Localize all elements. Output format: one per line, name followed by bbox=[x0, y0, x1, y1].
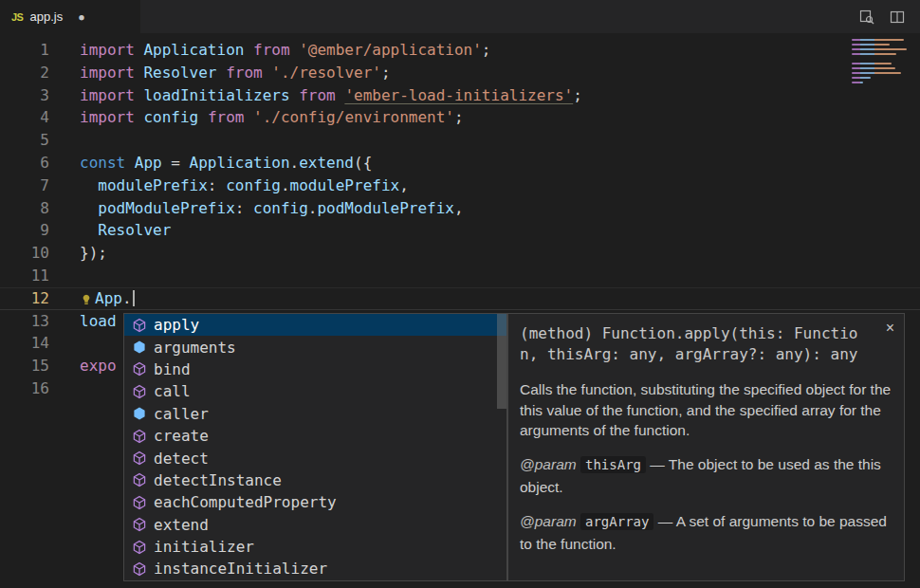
line-number[interactable]: 10 bbox=[0, 242, 49, 265]
doc-param: @param thisArg — The object to be used a… bbox=[520, 453, 892, 498]
split-editor-icon[interactable] bbox=[890, 9, 905, 25]
suggestion-label: eachComputedProperty bbox=[154, 493, 337, 511]
method-icon bbox=[132, 517, 147, 532]
code-text: import loadInitializers from 'ember-load… bbox=[80, 86, 582, 104]
method-icon bbox=[132, 561, 147, 577]
code-line[interactable]: 7 modulePrefix: config.modulePrefix, bbox=[0, 175, 920, 197]
search-editor-icon[interactable] bbox=[859, 9, 874, 25]
code-line[interactable]: 12App. bbox=[0, 287, 920, 310]
code-line[interactable]: 8 podModulePrefix: config.podModulePrefi… bbox=[0, 197, 920, 220]
code-line[interactable]: 6const App = Application.extend({ bbox=[0, 152, 920, 175]
suggestion-caller[interactable]: caller bbox=[124, 403, 506, 425]
suggestion-label: caller bbox=[154, 405, 209, 423]
close-icon[interactable]: × bbox=[886, 320, 894, 337]
line-number[interactable]: 1 bbox=[0, 39, 49, 62]
method-icon bbox=[132, 472, 147, 487]
line-number[interactable]: 9 bbox=[0, 219, 49, 242]
tab-label: app.js bbox=[29, 9, 63, 24]
suggestion-label: apply bbox=[154, 316, 199, 334]
suggest-scrollbar[interactable] bbox=[497, 314, 506, 409]
method-icon bbox=[132, 384, 147, 399]
code-text: modulePrefix: config.modulePrefix, bbox=[80, 176, 409, 194]
suggestion-label: instanceInitializer bbox=[154, 560, 327, 578]
line-number[interactable]: 13 bbox=[0, 310, 49, 333]
param-name: thisArg bbox=[580, 456, 646, 473]
line-number[interactable]: 14 bbox=[0, 332, 49, 355]
suggestion-apply[interactable]: apply bbox=[124, 314, 506, 336]
code-line[interactable]: 4import config from './config/environmen… bbox=[0, 106, 920, 129]
suggest-widget: applyargumentsbindcallcallercreatedetect… bbox=[123, 313, 507, 581]
code-text: load bbox=[80, 312, 117, 330]
suggest-details: × (method) Function.apply(this: Function… bbox=[507, 313, 905, 581]
code-line[interactable]: 3import loadInitializers from 'ember-loa… bbox=[0, 84, 920, 107]
suggestion-arguments[interactable]: arguments bbox=[124, 336, 506, 358]
line-number[interactable]: 5 bbox=[0, 129, 49, 152]
method-icon bbox=[132, 450, 147, 466]
signature: (method) Function.apply(this: Function, … bbox=[520, 323, 892, 365]
code-line[interactable]: 1import Application from '@ember/applica… bbox=[0, 39, 920, 62]
code-text: podModulePrefix: config.podModulePrefix, bbox=[80, 199, 464, 217]
suggestion-label: arguments bbox=[154, 339, 236, 357]
tab-bar: JS app.js ● bbox=[0, 0, 920, 33]
line-number[interactable]: 4 bbox=[0, 106, 49, 129]
code-text: import Application from '@ember/applicat… bbox=[80, 41, 491, 59]
code-line[interactable]: 9 Resolver bbox=[0, 219, 920, 242]
suggestion-extend[interactable]: extend bbox=[124, 514, 506, 536]
line-number[interactable]: 7 bbox=[0, 175, 49, 197]
suggestion-eachComputedProperty[interactable]: eachComputedProperty bbox=[124, 491, 506, 513]
code-line[interactable]: 11 bbox=[0, 265, 920, 287]
modified-indicator-icon[interactable]: ● bbox=[79, 12, 83, 22]
method-icon bbox=[132, 495, 147, 510]
tab-app-js[interactable]: JS app.js ● bbox=[0, 0, 140, 33]
code-text: Resolver bbox=[80, 221, 171, 239]
suggestion-label: create bbox=[154, 427, 209, 445]
suggestion-create[interactable]: create bbox=[124, 425, 506, 447]
method-icon bbox=[132, 318, 147, 333]
suggestion-label: call bbox=[154, 382, 191, 400]
line-number[interactable]: 2 bbox=[0, 62, 49, 84]
method-icon bbox=[132, 540, 147, 555]
line-number[interactable]: 8 bbox=[0, 197, 49, 220]
code-text: expo bbox=[80, 357, 117, 375]
code-text: import Resolver from './resolver'; bbox=[80, 64, 391, 82]
code-text: App. bbox=[80, 289, 135, 307]
suggestion-instanceInitializer[interactable]: instanceInitializer bbox=[124, 558, 506, 579]
method-icon bbox=[132, 429, 147, 444]
suggestion-bind[interactable]: bind bbox=[124, 358, 506, 380]
suggestion-detect[interactable]: detect bbox=[124, 447, 506, 469]
line-number[interactable]: 12 bbox=[0, 287, 49, 310]
minimap[interactable] bbox=[852, 39, 914, 83]
line-number[interactable]: 6 bbox=[0, 152, 49, 175]
code-line[interactable]: 10}); bbox=[0, 242, 920, 265]
suggestion-call[interactable]: call bbox=[124, 380, 506, 402]
javascript-file-icon: JS bbox=[11, 11, 23, 23]
suggestion-label: detectInstance bbox=[154, 471, 282, 489]
text-cursor bbox=[133, 290, 135, 306]
param-tag: @param bbox=[520, 456, 577, 472]
line-number[interactable]: 16 bbox=[0, 377, 49, 400]
suggestion-label: bind bbox=[154, 360, 191, 378]
param-name: argArray bbox=[580, 513, 653, 530]
lightbulb-icon[interactable] bbox=[80, 290, 95, 305]
doc-description: Calls the function, substituting the spe… bbox=[520, 379, 892, 441]
code-text: }); bbox=[80, 244, 107, 262]
field-icon bbox=[132, 340, 147, 355]
suggestion-detectInstance[interactable]: detectInstance bbox=[124, 469, 506, 491]
code-line[interactable]: 5 bbox=[0, 129, 920, 152]
suggestion-initializer[interactable]: initializer bbox=[124, 536, 506, 558]
method-icon bbox=[132, 361, 147, 377]
suggestion-label: extend bbox=[154, 516, 209, 534]
line-number[interactable]: 3 bbox=[0, 84, 49, 107]
suggestion-label: detect bbox=[154, 450, 209, 468]
suggestion-label: initializer bbox=[154, 538, 254, 556]
field-icon bbox=[132, 406, 147, 421]
doc-param: @param argArray — A set of arguments to … bbox=[520, 510, 892, 555]
code-text: const App = Application.extend({ bbox=[80, 154, 372, 172]
code-text: import config from './config/environment… bbox=[80, 108, 464, 126]
line-number[interactable]: 15 bbox=[0, 355, 49, 377]
editor-actions bbox=[859, 0, 920, 33]
suggest-list: applyargumentsbindcallcallercreatedetect… bbox=[124, 314, 506, 580]
doc-params: @param thisArg — The object to be used a… bbox=[520, 453, 892, 555]
line-number[interactable]: 11 bbox=[0, 265, 49, 287]
code-line[interactable]: 2import Resolver from './resolver'; bbox=[0, 62, 920, 84]
